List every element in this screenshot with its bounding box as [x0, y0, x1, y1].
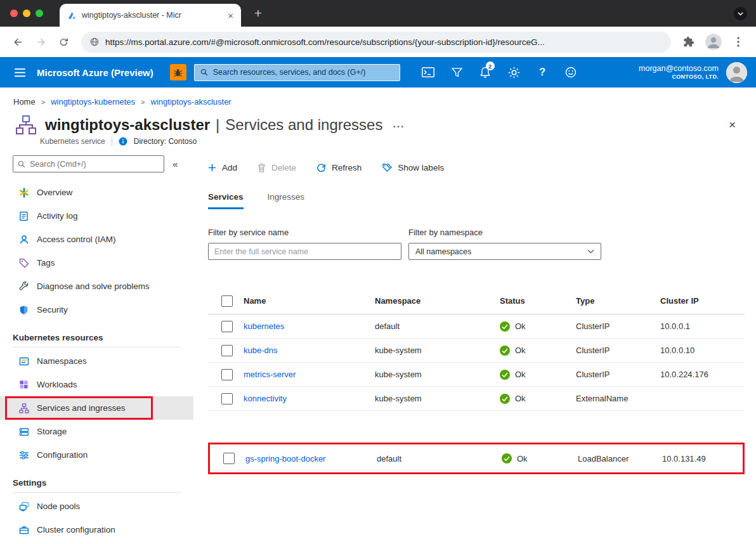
- azure-search-input[interactable]: [213, 68, 394, 77]
- namespace-cell: kube-system: [375, 346, 500, 355]
- sidebar-item-overview[interactable]: Overview: [0, 181, 193, 204]
- select-all-checkbox[interactable]: [221, 295, 233, 307]
- tab-close-icon[interactable]: ×: [228, 11, 233, 20]
- show-labels-button[interactable]: Show labels: [382, 163, 444, 173]
- ok-status-icon: [500, 346, 510, 356]
- extensions-puzzle-icon[interactable]: [679, 32, 699, 52]
- sidebar-item-services-and-ingresses[interactable]: Services and ingresses: [0, 396, 193, 420]
- service-name-link[interactable]: konnectivity: [244, 394, 375, 403]
- service-name-link[interactable]: gs-spring-boot-docker: [245, 454, 377, 463]
- namespace-filter: Filter by namespace All namespaces: [408, 228, 601, 260]
- service-name-link[interactable]: metrics-server: [244, 370, 375, 379]
- status-cell: Ok: [500, 394, 576, 404]
- type-cell: LoadBalancer: [578, 454, 662, 463]
- account-menu[interactable]: morgan@contoso.com CONTOSO, LTD.: [639, 63, 719, 81]
- sidebar-item-storage[interactable]: Storage: [0, 420, 193, 443]
- service-name-filter-input[interactable]: [208, 243, 401, 260]
- status-label: Ok: [515, 321, 526, 331]
- column-header-namespace: Namespace: [375, 296, 500, 306]
- sidebar-item-node-pools[interactable]: Node pools: [0, 495, 193, 518]
- shield-icon: [19, 305, 30, 315]
- sidebar-item-workloads[interactable]: Workloads: [0, 373, 193, 396]
- tab-ingresses[interactable]: Ingresses: [268, 192, 305, 209]
- sidebar-divider: [13, 347, 181, 347]
- help-icon[interactable]: ?: [528, 57, 557, 87]
- browser-menu-chevron-icon[interactable]: [734, 7, 747, 20]
- delete-button[interactable]: Delete: [257, 163, 296, 172]
- sidebar-item-access-control[interactable]: Access control (IAM): [0, 228, 193, 251]
- page-title: wingtiptoys-akscluster: [45, 116, 210, 134]
- search-icon: [18, 160, 25, 168]
- hamburger-menu-icon[interactable]: [9, 57, 30, 87]
- sidebar-search-input[interactable]: [30, 160, 159, 169]
- forward-icon[interactable]: [30, 32, 51, 52]
- account-email: morgan@contoso.com: [639, 63, 719, 74]
- add-button[interactable]: Add: [208, 163, 237, 172]
- sidebar-item-tags[interactable]: Tags: [0, 251, 193, 275]
- azure-search-bar[interactable]: [194, 64, 400, 81]
- service-name-link[interactable]: kubernetes: [244, 321, 375, 331]
- row-checkbox[interactable]: [221, 393, 233, 405]
- access-control-person-icon: [19, 235, 30, 245]
- row-checkbox[interactable]: [221, 321, 233, 332]
- type-cell: ClusterIP: [576, 346, 660, 355]
- tab-services[interactable]: Services: [208, 192, 244, 209]
- sidebar-item-cluster-configuration[interactable]: Cluster configuration: [0, 518, 193, 541]
- wrench-icon: [19, 282, 30, 292]
- refresh-button[interactable]: Refresh: [316, 163, 362, 172]
- service-name-link[interactable]: kube-dns: [244, 346, 375, 355]
- back-icon[interactable]: [8, 32, 28, 52]
- settings-gear-icon[interactable]: [500, 57, 528, 87]
- browser-tab[interactable]: wingtiptoys-akscluster - Micr ×: [60, 4, 241, 27]
- row-checkbox[interactable]: [221, 345, 233, 356]
- workloads-icon: [19, 380, 30, 389]
- azure-header: Microsoft Azure (Preview) 2 ? morgan@con…: [0, 57, 756, 87]
- azure-brand[interactable]: Microsoft Azure (Preview): [37, 67, 153, 78]
- blade-close-icon[interactable]: ×: [729, 118, 741, 132]
- feedback-smiley-icon[interactable]: [557, 57, 585, 87]
- status-cell: Ok: [500, 346, 576, 356]
- account-avatar[interactable]: [726, 62, 747, 83]
- status-label: Ok: [515, 370, 526, 379]
- preview-bug-icon[interactable]: [170, 64, 186, 81]
- info-icon[interactable]: [119, 137, 127, 146]
- namespace-filter-label: Filter by namespace: [408, 228, 601, 237]
- window-zoom-button[interactable]: [36, 10, 43, 17]
- sidebar-item-namespaces[interactable]: Namespaces: [0, 349, 193, 373]
- breadcrumb-home[interactable]: Home: [13, 97, 36, 107]
- reload-icon[interactable]: [53, 32, 74, 52]
- row-checkbox[interactable]: [221, 369, 233, 380]
- address-bar[interactable]: [81, 32, 671, 53]
- title-overflow-menu[interactable]: ···: [393, 117, 405, 133]
- browser-kebab-menu-icon[interactable]: [728, 32, 748, 52]
- window-minimize-button[interactable]: [23, 10, 30, 17]
- notifications-bell-icon[interactable]: 2: [471, 57, 500, 87]
- annotation-box-row: gs-spring-boot-docker default Ok LoadBal…: [208, 443, 745, 474]
- resource-menu-sidebar: « Overview Activity log Access control (…: [0, 155, 193, 541]
- sidebar-item-label: Activity log: [37, 211, 78, 221]
- sidebar-search-box[interactable]: [13, 155, 164, 172]
- sidebar-item-label: Namespaces: [37, 356, 87, 366]
- window-controls: [10, 10, 43, 17]
- breadcrumb-resource-group[interactable]: wingtiptoys-kubernetes: [51, 97, 135, 107]
- sidebar-item-configuration[interactable]: Configuration: [0, 443, 193, 467]
- sidebar-item-label: Diagnose and solve problems: [37, 282, 150, 291]
- sidebar-item-security[interactable]: Security: [0, 298, 193, 321]
- namespace-dropdown[interactable]: All namespaces: [408, 243, 601, 260]
- row-checkbox[interactable]: [223, 453, 235, 464]
- type-cell: ClusterIP: [576, 370, 660, 379]
- blade-title: Services and ingresses: [225, 116, 382, 134]
- sidebar-item-activity-log[interactable]: Activity log: [0, 204, 193, 228]
- new-tab-button[interactable]: +: [250, 5, 266, 22]
- directory-label: Directory: Contoso: [134, 137, 197, 146]
- sidebar-collapse-button[interactable]: «: [173, 159, 178, 169]
- sidebar-divider: [13, 492, 181, 493]
- directory-filter-icon[interactable]: [443, 57, 471, 87]
- sidebar-item-diagnose[interactable]: Diagnose and solve problems: [0, 275, 193, 298]
- resource-type-label: Kubernetes service: [40, 137, 105, 146]
- breadcrumb-resource[interactable]: wingtiptoys-akscluster: [151, 97, 231, 107]
- cloud-shell-icon[interactable]: [414, 57, 443, 87]
- url-input[interactable]: [105, 37, 662, 47]
- browser-profile-avatar[interactable]: [705, 34, 722, 50]
- window-close-button[interactable]: [10, 10, 18, 17]
